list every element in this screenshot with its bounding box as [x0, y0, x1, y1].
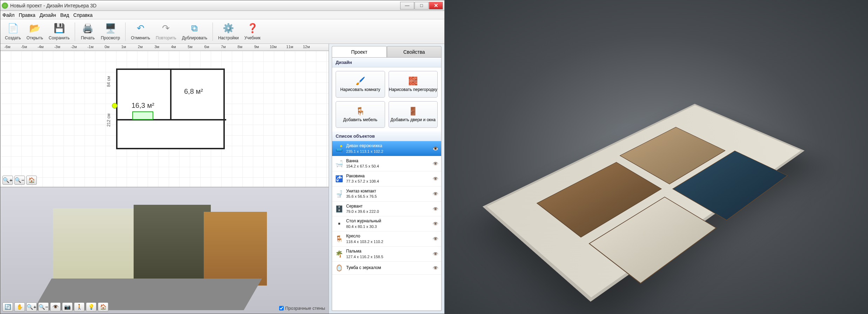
object-text: Тумба с зеркалом — [346, 265, 430, 271]
visibility-icon[interactable]: 👁️ — [432, 236, 438, 242]
visibility-icon[interactable]: 👁️ — [432, 265, 438, 271]
save-icon: 💾 — [54, 23, 65, 34]
visibility-icon[interactable]: 👁️ — [432, 206, 438, 212]
menu-design[interactable]: Дизайн — [40, 12, 56, 18]
ruler-tick-label: -5м — [21, 45, 27, 49]
dim-label-v: 212 см — [106, 113, 111, 127]
tutorial-button[interactable]: ❓Учебник — [242, 21, 263, 42]
visibility-icon[interactable]: 👁️ — [432, 176, 438, 182]
tab-properties[interactable]: Свойства — [387, 46, 442, 57]
zoom-in-3d-button[interactable]: 🔍+ — [26, 302, 37, 312]
monitor-icon: 🖥️ — [105, 23, 116, 34]
ruler-tick-label: 10м — [270, 45, 277, 49]
list-item[interactable]: 🌴Пальма127.4 x 116.2 x 158.5👁️ — [332, 247, 441, 262]
object-text: Унитаз компакт35.6 x 56.5 x 76.5 — [346, 189, 430, 199]
tab-project[interactable]: Проект — [332, 46, 387, 57]
visibility-icon[interactable]: 👁️ — [432, 161, 438, 166]
object-icon: 🪑 — [335, 235, 343, 243]
duplicate-button[interactable]: ⧉Дублировать — [180, 21, 210, 42]
close-button[interactable]: ✕ — [429, 2, 443, 9]
object-dims: 77.3 x 57.2 x 108.4 — [346, 179, 430, 184]
preview-button[interactable]: 🖥️Просмотр — [98, 21, 122, 42]
object-text: Ванна154.2 x 67.5 x 50.4 — [346, 158, 430, 169]
zoom-out-3d-button[interactable]: 🔍− — [38, 302, 49, 312]
object-name: Сервант — [346, 204, 430, 209]
visibility-icon[interactable]: 👁️ — [432, 146, 438, 151]
list-item[interactable]: ▪️Стол журнальный80.4 x 80.1 x 30.3👁️ — [332, 216, 441, 231]
zoom-out-button[interactable]: 🔍− — [14, 176, 25, 185]
ruler-tick-label: -3м — [54, 45, 60, 49]
object-text: Сервант79.0 x 39.6 x 222.0 — [346, 204, 430, 214]
menu-help[interactable]: Справка — [73, 12, 93, 18]
visibility-icon[interactable]: 👁️ — [432, 191, 438, 197]
transparent-walls-checkbox[interactable]: Прозрачные стены — [279, 306, 325, 311]
add-furniture-button[interactable]: 🪑Добавить мебель — [336, 101, 385, 128]
draw-room-button[interactable]: 🖌️Нарисовать комнату — [336, 71, 385, 98]
transparent-walls-input[interactable] — [279, 306, 284, 310]
menu-view[interactable]: Вид — [60, 12, 69, 18]
resize-handle[interactable] — [112, 103, 117, 109]
selected-sofa[interactable] — [132, 111, 153, 120]
walk-button[interactable]: 🚶 — [74, 302, 85, 312]
home-button[interactable]: 🏠 — [26, 176, 37, 185]
redo-button[interactable]: ↷Повторить — [153, 21, 179, 42]
main-area: -6м-5м-4м-3м-2м-1м0м1м2м3м4м5м6м7м8м9м10… — [0, 44, 444, 314]
object-list[interactable]: 🛋️Диван еврокнижка235.1 x 113.1 x 102.2👁… — [332, 141, 441, 310]
menu-file[interactable]: Файл — [2, 12, 14, 18]
ruler-tick-label: 5м — [188, 45, 193, 49]
ruler-tick-label: 2м — [138, 45, 143, 49]
settings-button[interactable]: ⚙️Настройки — [216, 21, 241, 42]
save-button[interactable]: 💾Сохранить — [46, 21, 72, 42]
list-item[interactable]: 🪞Тумба с зеркалом👁️ — [332, 262, 441, 275]
object-icon: 🗄️ — [335, 205, 343, 213]
list-item[interactable]: 🗄️Сервант79.0 x 39.6 x 222.0👁️ — [332, 202, 441, 217]
maximize-button[interactable]: □ — [415, 2, 429, 9]
object-dims: 127.4 x 116.2 x 158.5 — [346, 254, 430, 259]
pan-button[interactable]: ✋ — [14, 302, 25, 312]
object-dims: 154.2 x 67.5 x 50.4 — [346, 164, 430, 169]
design-actions: 🖌️Нарисовать комнату 🧱Нарисовать перегор… — [332, 67, 441, 131]
3d-nav-controls: 🔄 ✋ 🔍+ 🔍− 👁️ 📷 🚶 💡 🏠 — [2, 302, 108, 312]
list-item[interactable]: 🚽Унитаз компакт35.6 x 56.5 x 76.5👁️ — [332, 187, 441, 202]
ruler-horizontal: -6м-5м-4м-3м-2м-1м0м1м2м3м4м5м6м7м8м9м10… — [0, 44, 329, 51]
object-name: Кресло — [346, 234, 430, 239]
object-name: Диван еврокнижка — [346, 143, 430, 149]
floorplan: 16,3 м² 6,8 м² 84 см 212 см — [106, 58, 232, 156]
render-preview — [445, 0, 868, 314]
ruler-tick-label: -2м — [71, 45, 77, 49]
floorplan-view[interactable]: 16,3 м² 6,8 м² 84 см 212 см 🔍+ 🔍− 🏠 — [0, 51, 329, 187]
minimize-button[interactable]: — — [400, 2, 414, 9]
ruler-tick-label: -6м — [4, 45, 10, 49]
3d-view[interactable]: 🔄 ✋ 🔍+ 🔍− 👁️ 📷 🚶 💡 🏠 Прозрачные стены — [0, 187, 329, 314]
camera-button[interactable]: 📷 — [62, 302, 73, 312]
object-icon: 🛁 — [335, 159, 343, 168]
new-file-icon: 📄 — [7, 23, 19, 34]
visibility-icon[interactable]: 👁️ — [432, 251, 438, 257]
list-item[interactable]: 🪑Кресло118.4 x 103.2 x 110.2👁️ — [332, 231, 441, 247]
panel-body: Дизайн 🖌️Нарисовать комнату 🧱Нарисовать … — [332, 57, 442, 311]
room1-area-label: 16,3 м² — [132, 102, 154, 110]
light-button[interactable]: 💡 — [86, 302, 96, 312]
open-button[interactable]: 📂Открыть — [24, 21, 46, 42]
menu-edit[interactable]: Правка — [19, 12, 35, 18]
print-button[interactable]: 🖨️Печать — [78, 21, 97, 42]
object-icon: ▪️ — [335, 220, 343, 228]
add-doors-button[interactable]: 🚪Добавить двери и окна — [389, 101, 438, 128]
home-3d-button[interactable]: 🏠 — [98, 302, 108, 312]
list-item[interactable]: 🚰Раковина77.3 x 57.2 x 108.4👁️ — [332, 171, 441, 187]
app-icon — [2, 2, 8, 9]
view-mode-button[interactable]: 👁️ — [50, 302, 61, 312]
draw-wall-button[interactable]: 🧱Нарисовать перегородку — [389, 71, 438, 98]
create-button[interactable]: 📄Создать — [2, 21, 23, 42]
visibility-icon[interactable]: 👁️ — [432, 221, 438, 227]
separator — [75, 22, 75, 41]
app-window: Новый проект - Дизайн Интерьера 3D — □ ✕… — [0, 0, 445, 314]
ruler-tick-label: 4м — [171, 45, 176, 49]
list-item[interactable]: 🛋️Диван еврокнижка235.1 x 113.1 x 102.2👁… — [332, 141, 441, 156]
list-item[interactable]: 🛁Ванна154.2 x 67.5 x 50.4👁️ — [332, 156, 441, 171]
object-dims: 79.0 x 39.6 x 222.0 — [346, 209, 430, 214]
undo-button[interactable]: ↶Отменить — [128, 21, 153, 42]
orbit-button[interactable]: 🔄 — [2, 302, 13, 312]
separator — [213, 22, 213, 41]
zoom-in-button[interactable]: 🔍+ — [2, 176, 13, 185]
